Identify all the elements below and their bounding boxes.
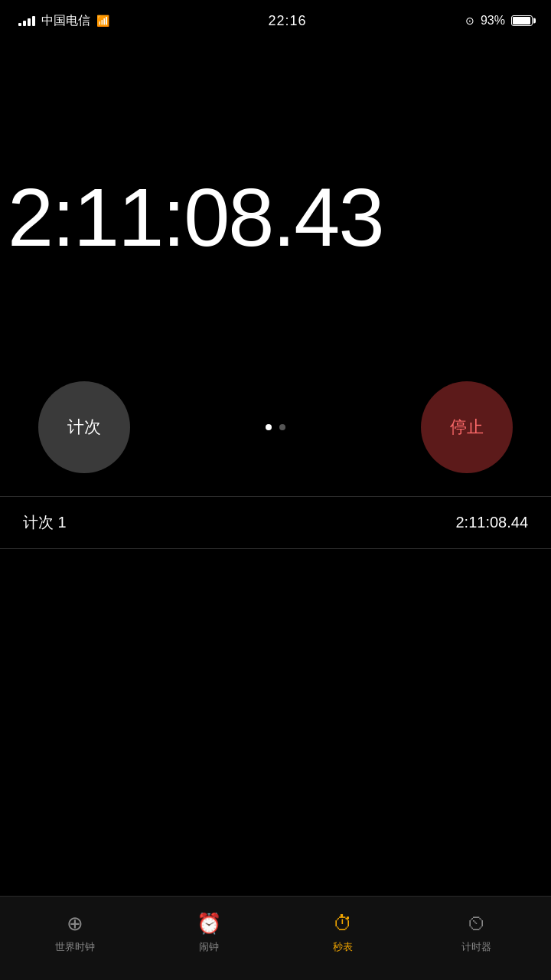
page-dots xyxy=(266,424,285,430)
timer-icon: ⏲ xyxy=(467,912,487,936)
location-icon: ⊙ xyxy=(465,15,474,27)
lap-button[interactable]: 计次 xyxy=(38,381,130,473)
table-row: 计次 1 2:11:08.44 xyxy=(0,497,551,549)
status-right: ⊙ 93% xyxy=(465,14,533,28)
tab-world-clock[interactable]: ⊕ 世界时钟 xyxy=(44,912,106,954)
tab-stopwatch-label: 秒表 xyxy=(333,940,353,954)
tab-alarm-label: 闹钟 xyxy=(199,940,219,954)
lap-label: 计次 1 xyxy=(23,512,67,533)
buttons-row: 计次 停止 xyxy=(0,381,551,473)
battery-icon xyxy=(511,15,533,26)
lap-list: 计次 1 2:11:08.44 xyxy=(0,496,551,549)
lap-time: 2:11:08.44 xyxy=(455,514,528,531)
world-clock-icon: ⊕ xyxy=(67,912,83,936)
dot-2 xyxy=(279,424,285,430)
tab-timer-label: 计时器 xyxy=(461,940,491,954)
wifi-icon: 📶 xyxy=(96,15,109,27)
tab-alarm[interactable]: ⏰ 闹钟 xyxy=(178,912,240,954)
stopwatch-display: 2:11:08.43 xyxy=(0,176,551,259)
tab-stopwatch[interactable]: ⏱ 秒表 xyxy=(312,912,373,954)
status-left: 中国电信 📶 xyxy=(18,13,109,29)
status-time: 22:16 xyxy=(268,13,306,29)
tab-timer[interactable]: ⏲ 计时器 xyxy=(446,912,507,954)
alarm-icon: ⏰ xyxy=(197,912,221,936)
signal-icon xyxy=(18,15,35,26)
tab-world-clock-label: 世界时钟 xyxy=(55,940,95,954)
battery-percentage: 93% xyxy=(481,14,505,28)
carrier-label: 中国电信 xyxy=(41,13,90,29)
status-bar: 中国电信 📶 22:16 ⊙ 93% xyxy=(0,0,551,38)
stopwatch-icon: ⏱ xyxy=(333,912,353,936)
stopwatch-time: 2:11:08.43 xyxy=(8,176,383,259)
dot-1 xyxy=(266,424,272,430)
stop-button[interactable]: 停止 xyxy=(421,381,513,473)
tab-bar: ⊕ 世界时钟 ⏰ 闹钟 ⏱ 秒表 ⏲ 计时器 xyxy=(0,896,551,980)
